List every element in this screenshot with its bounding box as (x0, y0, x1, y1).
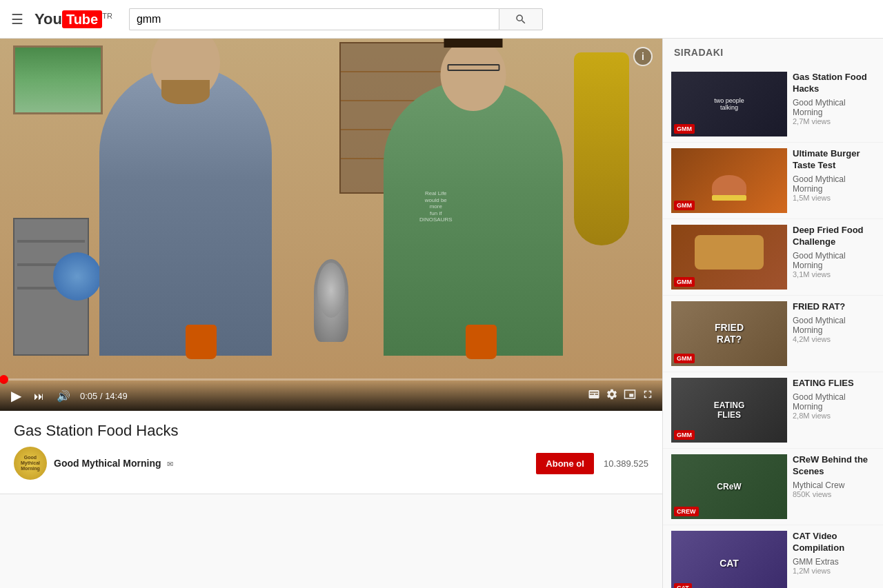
sidebar-item-meta-6: 850K views (793, 490, 875, 498)
gmm-badge-3: GMM (674, 277, 695, 287)
logo-locale: TR (102, 11, 112, 19)
scene-poster (13, 45, 103, 114)
scene-mug-right (466, 325, 497, 359)
search-container (129, 8, 543, 30)
subscribe-button[interactable]: Abone ol (536, 453, 594, 474)
eating-flies-text: EATINGFLIES (714, 401, 744, 420)
sidebar-item-meta-4: 4,2M views (793, 335, 875, 343)
sidebar-item-6[interactable]: CREW CReW CReW Behind the Scenes Mythica… (663, 449, 883, 525)
sidebar-item-title-7: CAT Video Compilation (793, 531, 875, 554)
sidebar-item-title-6: CReW Behind the Scenes (793, 454, 875, 478)
time-display: 0:05 / 14:49 (80, 391, 128, 401)
video-info-section: Gas Station Food Hacks GoodMythicalMorni… (0, 411, 662, 494)
cat-badge: CAT (674, 583, 692, 588)
sidebar-thumbnail-7: CAT CAT (671, 531, 787, 588)
sidebar-thumbnail-4: GMM FRIEDRAT? (671, 301, 787, 366)
sidebar-item-channel-4: Good Mythical Morning (793, 316, 875, 335)
gmm-badge-4: GMM (674, 354, 695, 363)
search-button[interactable] (499, 8, 543, 30)
sidebar-item-channel-5: Good Mythical Morning (793, 392, 875, 412)
sidebar-item-info-2: Ultimate Burger Taste Test Good Mythical… (793, 148, 875, 202)
sidebar: Sıradaki GMM two peopletalking Gas Stati… (662, 39, 883, 588)
gmm-badge-5: GMM (674, 430, 695, 440)
sidebar-item-title-3: Deep Fried Food Challenge (793, 225, 875, 248)
sidebar-item-info-1: Gas Station Food Hacks Good Mythical Mor… (793, 72, 875, 125)
subscribe-label: Abone ol (546, 458, 584, 469)
video-player[interactable]: Real Lifewould bemorefun ifDINOSAURS i (0, 39, 662, 411)
sidebar-item-title-5: EATING FLIES (793, 378, 875, 389)
crew-text: CReW (717, 482, 741, 491)
channel-info: Good Mythical Morning ✉ (54, 457, 529, 469)
scene-mug-left (186, 325, 217, 359)
channel-name[interactable]: Good Mythical Morning (54, 458, 161, 469)
miniplayer-icon[interactable] (624, 388, 636, 403)
header: ☰ YouTubeTR (0, 0, 883, 39)
sidebar-item-title-1: Gas Station Food Hacks (793, 72, 875, 95)
sidebar-item-meta-2: 1,5M views (793, 194, 875, 202)
sidebar-item-info-3: Deep Fried Food Challenge Good Mythical … (793, 225, 875, 278)
sidebar-item-title-2: Ultimate Burger Taste Test (793, 148, 875, 172)
video-info-icon[interactable]: i (633, 47, 653, 66)
hamburger-menu-icon[interactable]: ☰ (11, 11, 23, 28)
search-input[interactable] (129, 8, 499, 30)
sidebar-item-info-4: FRIED RAT? Good Mythical Morning 4,2M vi… (793, 301, 875, 343)
sidebar-item-3[interactable]: GMM Deep Fried Food Challenge Good Mythi… (663, 219, 883, 296)
sidebar-header: Sıradaki (663, 39, 883, 66)
right-controls (588, 388, 654, 403)
youtube-logo[interactable]: YouTubeTR (34, 10, 112, 28)
crew-badge: CREW (674, 507, 699, 516)
search-icon (515, 13, 527, 26)
sidebar-thumbnail-6: CREW CReW (671, 454, 787, 519)
volume-button[interactable]: 🔊 (54, 387, 73, 405)
sidebar-item-info-6: CReW Behind the Scenes Mythical Crew 850… (793, 454, 875, 498)
skip-button[interactable]: ⏭ (31, 387, 47, 405)
scene-guitar-right (574, 52, 629, 245)
sidebar-item-meta-1: 2,7M views (793, 117, 875, 125)
sidebar-item-title-4: FRIED RAT? (793, 301, 875, 313)
sidebar-thumbnail-3: GMM (671, 225, 787, 290)
sidebar-item-channel-6: Mythical Crew (793, 480, 875, 490)
sidebar-item-meta-5: 2,8M views (793, 412, 875, 420)
sidebar-item-info-7: CAT Video Compilation GMM Extras 1,2M vi… (793, 531, 875, 575)
sidebar-item-4[interactable]: GMM FRIEDRAT? FRIED RAT? Good Mythical M… (663, 296, 883, 372)
sidebar-item-channel-1: Good Mythical Morning (793, 98, 875, 117)
sidebar-item-meta-3: 3,1M views (793, 270, 875, 278)
scene-person-left (99, 66, 272, 356)
subscriber-count: 10.389.525 (604, 458, 648, 469)
video-title: Gas Station Food Hacks (14, 422, 648, 440)
main-content: Real Lifewould bemorefun ifDINOSAURS i (0, 39, 883, 588)
channel-avatar: GoodMythicalMorning (14, 447, 47, 480)
video-section: Real Lifewould bemorefun ifDINOSAURS i (0, 39, 662, 588)
fullscreen-icon[interactable] (642, 388, 654, 403)
info-text: i (642, 51, 644, 62)
sidebar-thumbnail-5: GMM EATINGFLIES (671, 378, 787, 443)
gmm-badge-2: GMM (674, 201, 695, 210)
sidebar-item-channel-7: GMM Extras (793, 557, 875, 567)
sidebar-item-meta-7: 1,2M views (793, 567, 875, 575)
subtitles-icon[interactable] (588, 388, 600, 403)
video-controls: ▶ ⏭ 🔊 0:05 / 14:49 (0, 381, 662, 411)
gmm-badge-1: GMM (674, 124, 695, 134)
scene-microphone (314, 259, 348, 342)
sidebar-thumbnail-2: GMM (671, 148, 787, 213)
logo-text: YouTubeTR (34, 10, 112, 28)
sidebar-item-channel-2: Good Mythical Morning (793, 174, 875, 194)
sidebar-thumbnail-1: GMM two peopletalking (671, 72, 787, 136)
sidebar-item-2[interactable]: GMM Ultimate Burger Taste Test Good Myth… (663, 143, 883, 219)
sidebar-item[interactable]: GMM two peopletalking Gas Station Food H… (663, 66, 883, 143)
sidebar-item-info-5: EATING FLIES Good Mythical Morning 2,8M … (793, 378, 875, 420)
fried-rat-text: FRIEDRAT? (715, 322, 744, 345)
sidebar-item-channel-3: Good Mythical Morning (793, 251, 875, 270)
sidebar-item-5[interactable]: GMM EATINGFLIES EATING FLIES Good Mythic… (663, 372, 883, 449)
logo-tube: Tube (62, 10, 102, 28)
scene-globe (53, 252, 101, 301)
channel-row: GoodMythicalMorning Good Mythical Mornin… (14, 447, 648, 480)
scene-person-left-head (151, 39, 220, 101)
scene-person-right: Real Lifewould bemorefun ifDINOSAURS (384, 80, 563, 356)
scene-person-right-head (441, 39, 506, 111)
sidebar-item-7[interactable]: CAT CAT CAT Video Compilation GMM Extras… (663, 525, 883, 588)
play-button[interactable]: ▶ (8, 385, 24, 407)
channel-verified-icon: ✉ (167, 460, 173, 468)
settings-icon[interactable] (606, 388, 618, 403)
cat-text: CAT (720, 558, 739, 569)
